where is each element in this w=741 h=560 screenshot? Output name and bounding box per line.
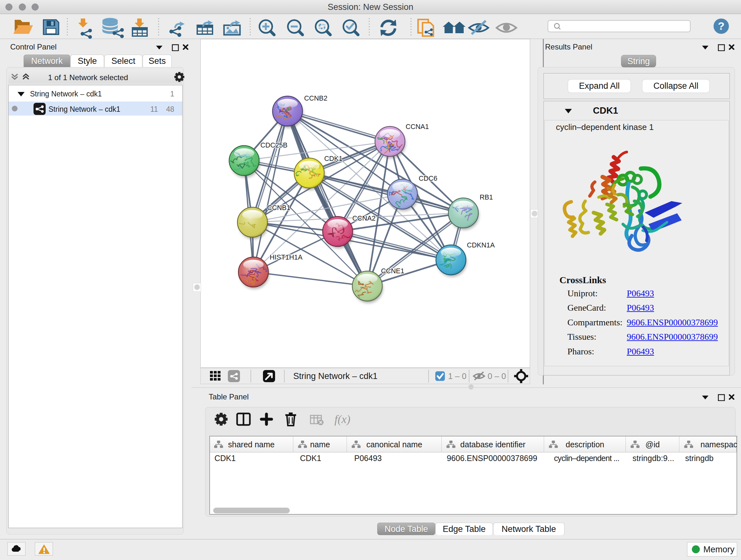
svg-text:0 – 0: 0 – 0 [488, 371, 506, 381]
svg-text:CCNA2: CCNA2 [352, 214, 376, 222]
svg-text:1 – 0: 1 – 0 [448, 371, 467, 381]
svg-text:RB1: RB1 [480, 193, 493, 201]
svg-text:String Network – cdk1: String Network – cdk1 [293, 371, 378, 381]
svg-text:CDC6: CDC6 [419, 175, 437, 182]
svg-text:f(x): f(x) [334, 413, 350, 426]
svg-text:CCNB1: CCNB1 [267, 204, 290, 212]
svg-text:HIST1H1A: HIST1H1A [270, 253, 302, 261]
svg-text:CCNB2: CCNB2 [304, 95, 327, 102]
svg-text:CCNA1: CCNA1 [406, 123, 429, 131]
svg-text:CDC25B: CDC25B [260, 141, 287, 149]
svg-text:CDK1: CDK1 [324, 155, 342, 163]
svg-text:CCNE1: CCNE1 [381, 267, 404, 275]
svg-text:CDKN1A: CDKN1A [467, 241, 495, 249]
